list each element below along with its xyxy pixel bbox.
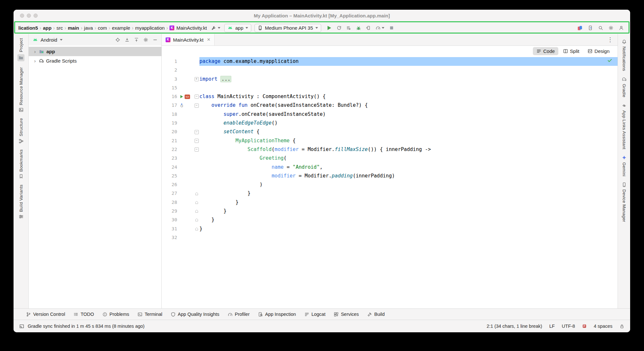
line-number[interactable]: 19: [162, 119, 177, 127]
line-separator[interactable]: LF: [549, 324, 555, 329]
code-line[interactable]: 28 }: [162, 198, 618, 207]
tool-window-button-version-control[interactable]: Version Control: [22, 309, 69, 320]
fold-collapse-icon[interactable]: −: [195, 95, 199, 99]
breadcrumb-item[interactable]: myapplication: [135, 25, 165, 31]
line-number[interactable]: 21: [162, 136, 177, 145]
code-line[interactable]: 1package com.example.myapplication: [162, 57, 618, 66]
device-selector[interactable]: Medium Phone API 35: [255, 24, 321, 32]
code-line[interactable]: 15: [162, 84, 618, 92]
fold-collapse-icon[interactable]: −: [195, 147, 199, 152]
lock-icon[interactable]: [620, 324, 624, 329]
tool-stripe-button-gemini[interactable]: Gemini: [622, 152, 627, 179]
minimize-window-button[interactable]: [27, 14, 31, 18]
line-number[interactable]: 20: [162, 127, 177, 136]
tool-window-button-logcat[interactable]: Logcat: [300, 309, 330, 320]
tool-window-button-terminal[interactable]: Terminal: [133, 309, 167, 320]
fold-collapse-icon[interactable]: −: [195, 139, 199, 143]
tool-window-button-app-inspection[interactable]: App Inspection: [254, 309, 300, 320]
line-number[interactable]: 16: [162, 92, 177, 101]
project-view-selector[interactable]: Android: [33, 37, 62, 43]
code-line[interactable]: 3+import ...: [162, 75, 618, 84]
run-config-selector[interactable]: app: [224, 24, 251, 32]
close-tab-icon[interactable]: ×: [207, 36, 210, 43]
device-streaming-button[interactable]: [577, 25, 582, 31]
tool-window-button-profiler[interactable]: Profiler: [224, 309, 254, 320]
debug-button[interactable]: [356, 25, 361, 31]
chevron-right-icon[interactable]: ›: [33, 58, 37, 64]
settings-button[interactable]: [609, 25, 613, 30]
tool-stripe-button-app-links-assistant[interactable]: App Links Assistant: [622, 100, 627, 152]
line-number[interactable]: 28: [162, 198, 177, 207]
code-line[interactable]: 2: [162, 66, 618, 75]
tool-stripe-button-bookmarks[interactable]: Bookmarks: [19, 146, 24, 182]
line-number[interactable]: 3: [162, 75, 177, 84]
fold-end-icon[interactable]: [195, 192, 198, 196]
line-number[interactable]: 24: [162, 163, 177, 172]
tool-stripe-button-build-variants[interactable]: Build Variants: [19, 182, 24, 222]
run-line-icon[interactable]: [179, 95, 184, 99]
tool-window-button-build[interactable]: Build: [363, 309, 389, 320]
code-line[interactable]: 17− override fun onCreate(savedInstanceS…: [162, 101, 618, 110]
line-number[interactable]: 27: [162, 189, 177, 198]
locate-file-icon[interactable]: [115, 37, 120, 42]
code-line[interactable]: 32: [162, 233, 618, 242]
line-number[interactable]: 17: [162, 101, 177, 110]
inspection-status-icon[interactable]: [607, 58, 612, 63]
apply-changes-button[interactable]: [337, 25, 341, 30]
editor-tab[interactable]: K MainActivity.kt ×: [162, 34, 215, 45]
code-line[interactable]: 19 enableEdgeToEdge(): [162, 119, 618, 127]
code-line[interactable]: 16<>−class MainActivity : ComponentActiv…: [162, 92, 618, 101]
code-line[interactable]: 18 super.onCreate(savedInstanceState): [162, 110, 618, 119]
line-number[interactable]: 32: [162, 233, 177, 242]
fold-end-icon[interactable]: [195, 227, 198, 231]
search-everywhere-button[interactable]: [598, 25, 603, 30]
fold-collapse-icon[interactable]: −: [195, 130, 199, 134]
collapse-all-icon[interactable]: [134, 37, 139, 42]
compose-preview-icon[interactable]: <>: [185, 95, 190, 99]
line-number[interactable]: 1: [162, 57, 177, 66]
breadcrumb-item[interactable]: com: [98, 25, 107, 31]
code-line[interactable]: 24 name = "Android",: [162, 163, 618, 172]
build-tool-button[interactable]: [210, 25, 221, 31]
code-line[interactable]: 22− Scaffold(modifier = Modifier.fillMax…: [162, 145, 618, 154]
tool-stripe-button-resource-manager[interactable]: Resource Manager: [19, 64, 24, 115]
breadcrumb-item[interactable]: main: [68, 25, 80, 31]
chevron-right-icon[interactable]: ›: [33, 49, 37, 54]
breadcrumb-item[interactable]: lication5: [18, 25, 38, 31]
file-encoding[interactable]: UTF-8: [562, 324, 575, 329]
line-number[interactable]: 30: [162, 216, 177, 224]
breadcrumb-item[interactable]: KMainActivity.kt: [169, 25, 207, 31]
fold-end-icon[interactable]: [195, 218, 198, 222]
overriding-method-icon[interactable]: [179, 103, 184, 108]
code-line[interactable]: 29 }: [162, 207, 618, 216]
tool-stripe-button-device-manager[interactable]: Device Manager: [622, 179, 627, 225]
line-number[interactable]: 23: [162, 154, 177, 163]
tool-window-toggle-icon[interactable]: [19, 324, 24, 329]
line-number[interactable]: 18: [162, 110, 177, 119]
expand-all-icon[interactable]: [125, 37, 130, 42]
editor-options-icon[interactable]: ⋮: [603, 34, 618, 45]
code-line[interactable]: 31}: [162, 225, 618, 233]
breadcrumb-item[interactable]: app: [43, 25, 52, 31]
line-number[interactable]: 2: [162, 66, 177, 75]
fold-end-icon[interactable]: [195, 209, 198, 213]
panel-settings-icon[interactable]: [143, 37, 148, 42]
profiler-button[interactable]: [376, 25, 384, 30]
caret-position[interactable]: 2:1 (34 chars, 1 line break): [486, 324, 542, 329]
code-line[interactable]: 20− setContent {: [162, 127, 618, 136]
tree-item-gradle-scripts[interactable]: ›Gradle Scripts: [29, 56, 161, 65]
tool-window-button-todo[interactable]: TODO: [69, 309, 98, 320]
line-number[interactable]: 29: [162, 207, 177, 216]
run-button[interactable]: [326, 25, 332, 31]
stop-button[interactable]: [389, 25, 394, 30]
tool-window-button-problems[interactable]: Problems: [98, 309, 133, 320]
mode-button-code[interactable]: Code: [533, 47, 558, 55]
fold-collapse-icon[interactable]: −: [195, 104, 199, 108]
close-window-button[interactable]: [20, 14, 24, 18]
code-line[interactable]: 23 Greeting(: [162, 154, 618, 163]
code-editor[interactable]: 1package com.example.myapplication23+imp…: [162, 56, 618, 308]
tool-stripe-button-gradle[interactable]: Gradle: [622, 74, 627, 100]
line-number[interactable]: 31: [162, 225, 177, 233]
line-number[interactable]: 25: [162, 172, 177, 180]
fold-expand-icon[interactable]: +: [195, 77, 199, 81]
